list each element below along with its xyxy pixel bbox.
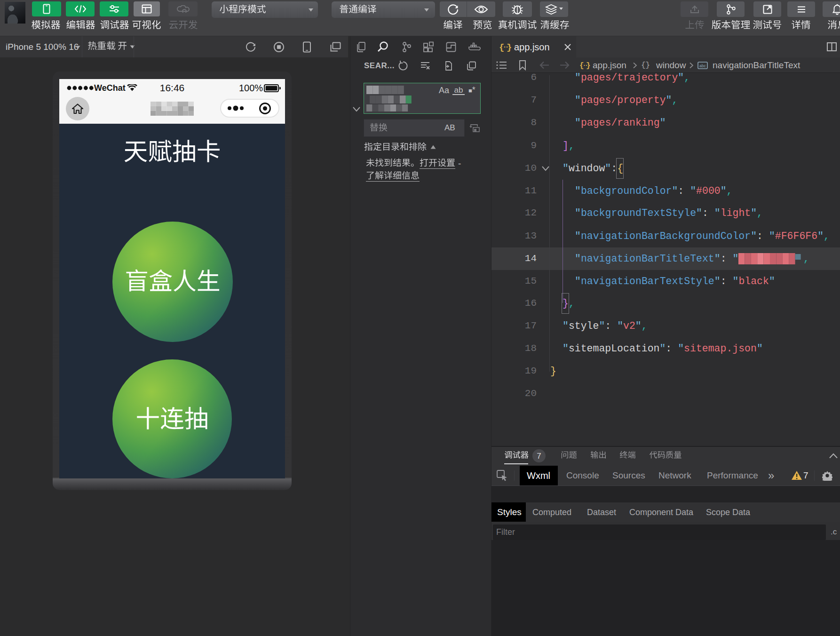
svg-text:}: } — [507, 42, 511, 53]
svg-text:}: } — [586, 62, 591, 70]
svg-text:abc: abc — [699, 64, 706, 68]
